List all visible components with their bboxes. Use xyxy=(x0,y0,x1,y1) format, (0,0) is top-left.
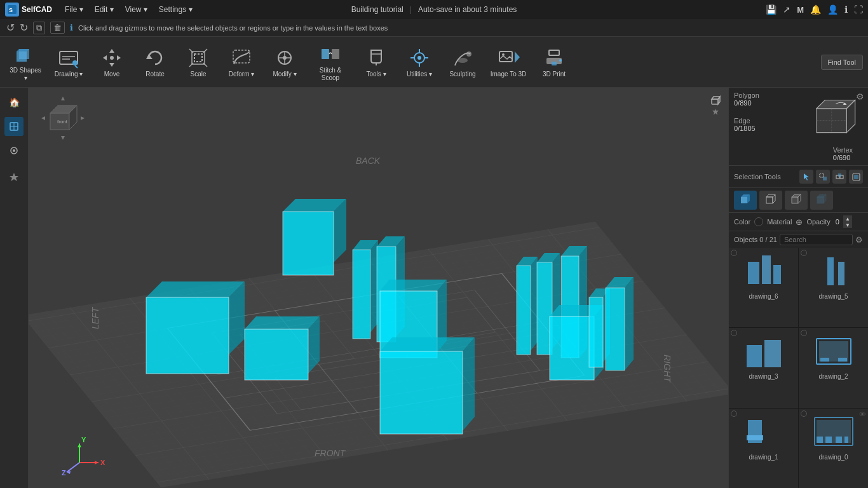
object-btn[interactable] xyxy=(4,117,24,136)
svg-marker-77 xyxy=(245,316,320,329)
object-select-radio[interactable] xyxy=(731,330,737,336)
view-wire-btn[interactable] xyxy=(759,191,782,210)
tool-modify[interactable]: Modify ▾ xyxy=(264,39,305,85)
svg-marker-121 xyxy=(95,461,98,464)
object-select-radio[interactable] xyxy=(801,410,807,417)
object-select-radio[interactable] xyxy=(801,330,807,336)
object-select-radio[interactable] xyxy=(731,410,737,417)
notification-icon[interactable]: 🔔 xyxy=(810,4,821,15)
object-thumb-drawing6[interactable]: drawing_6 xyxy=(729,248,798,327)
search-box[interactable] xyxy=(780,234,853,245)
viewport[interactable]: BACK FRONT LEFT RIGHT xyxy=(29,88,728,488)
object-thumb-drawing0[interactable]: 👁 drawing_0 xyxy=(799,409,868,488)
svg-rect-168 xyxy=(762,255,771,284)
home-btn[interactable]: 🏠 xyxy=(4,93,24,112)
svg-marker-98 xyxy=(531,257,538,351)
m-icon[interactable]: M xyxy=(797,5,804,15)
fullscreen-icon[interactable]: ⛶ xyxy=(854,4,863,15)
sel-paint-icon[interactable] xyxy=(849,170,863,184)
tool-sculpting[interactable]: Sculpting xyxy=(442,39,483,85)
objects-settings-icon[interactable]: ⚙ xyxy=(855,235,863,245)
object-eye-icon[interactable]: 👁 xyxy=(859,410,866,418)
light-btn[interactable] xyxy=(4,168,24,187)
tool-rotate-label: Rotate xyxy=(146,71,164,78)
view-menu[interactable]: View ▾ xyxy=(121,4,151,15)
object-select-radio[interactable] xyxy=(801,250,807,256)
svg-text:BACK: BACK xyxy=(356,156,381,166)
tool-3d-shapes[interactable]: 3D Shapes ▾ xyxy=(5,39,46,85)
objects-count: Objects 0 / 21 xyxy=(734,236,777,243)
camera-btn[interactable] xyxy=(4,141,24,160)
svg-marker-89 xyxy=(380,280,447,291)
sel-box-icon[interactable] xyxy=(816,170,830,184)
svg-marker-124 xyxy=(78,444,81,447)
sel-pointer-icon[interactable] xyxy=(799,170,813,184)
svg-rect-171 xyxy=(838,262,844,285)
svg-rect-177 xyxy=(838,358,847,362)
viewport-canvas: BACK FRONT LEFT RIGHT xyxy=(29,88,728,488)
svg-rect-183 xyxy=(825,437,832,443)
delete-btn[interactable]: 🗑 xyxy=(50,22,65,34)
tool-tools[interactable]: Tools ▾ xyxy=(356,39,397,85)
svg-point-38 xyxy=(466,51,471,57)
tool-3d-print[interactable]: 3D Print xyxy=(534,39,574,85)
edit-menu[interactable]: Edit ▾ xyxy=(91,4,118,15)
tool-scale[interactable]: Scale xyxy=(178,39,219,85)
object-thumb-label: drawing_3 xyxy=(749,373,778,380)
svg-point-45 xyxy=(559,59,562,62)
tool-sculpting-label: Sculpting xyxy=(449,71,475,78)
object-thumb-drawing2[interactable]: drawing_2 xyxy=(799,328,868,407)
svg-rect-158 xyxy=(766,197,773,203)
object-select-radio[interactable] xyxy=(731,250,737,256)
tool-deform[interactable]: Deform ▾ xyxy=(221,39,262,85)
svg-point-32 xyxy=(417,56,421,60)
info-icon[interactable]: ℹ xyxy=(844,4,848,15)
object-indicator xyxy=(710,95,721,116)
tool-utilities[interactable]: Utilities ▾ xyxy=(399,39,440,85)
object-thumb-label: drawing_6 xyxy=(749,293,778,300)
object-thumb-drawing5[interactable]: drawing_5 xyxy=(799,248,868,327)
menubar: S SelfCAD File ▾ Edit ▾ View ▾ Settings … xyxy=(0,0,868,19)
find-tool-button[interactable]: Find Tool xyxy=(821,55,863,70)
file-menu[interactable]: File ▾ xyxy=(61,4,87,15)
cube-navigator[interactable]: front xyxy=(37,93,88,144)
infobar: ↺ ↻ ⧉ 🗑 ℹ Click and drag gizmos to move … xyxy=(0,19,868,37)
undo-btn[interactable]: ↺ xyxy=(6,22,15,34)
save-icon[interactable]: 💾 xyxy=(766,4,776,15)
redo-btn[interactable]: ↻ xyxy=(20,22,28,34)
user-icon[interactable]: 👤 xyxy=(827,4,838,15)
copy-btn[interactable]: ⧉ xyxy=(33,22,45,34)
svg-rect-92 xyxy=(380,351,463,434)
object-thumb-drawing3[interactable]: drawing_3 xyxy=(729,328,798,407)
panel-settings-icon[interactable]: ⚙ xyxy=(856,92,864,102)
opacity-stepper[interactable]: ▲ ▼ xyxy=(843,215,852,228)
tool-stitch-scoop[interactable]: Stitch & Scoop xyxy=(308,39,353,85)
settings-menu[interactable]: Settings ▾ xyxy=(155,4,196,15)
search-input[interactable] xyxy=(784,236,848,243)
opacity-down[interactable]: ▼ xyxy=(843,222,852,228)
svg-line-9 xyxy=(75,65,78,68)
tool-tools-label: Tools ▾ xyxy=(366,71,386,78)
sel-expand-icon[interactable] xyxy=(832,170,846,184)
object-thumb-drawing1a[interactable]: drawing_1 xyxy=(729,409,798,488)
color-picker[interactable] xyxy=(754,217,763,226)
tool-3d-shapes-label: 3D Shapes ▾ xyxy=(8,67,43,82)
tool-image-to-3d[interactable]: Image To 3D xyxy=(485,39,531,85)
material-icon[interactable]: ⊕ xyxy=(796,217,803,227)
svg-text:LEFT: LEFT xyxy=(90,306,100,329)
svg-rect-44 xyxy=(552,62,557,65)
svg-text:Z: Z xyxy=(62,469,66,477)
svg-rect-155 xyxy=(741,197,747,203)
tool-move[interactable]: Move xyxy=(92,39,132,85)
opacity-up[interactable]: ▲ xyxy=(843,215,852,222)
share-icon[interactable]: ↗ xyxy=(783,4,790,15)
view-shade-btn[interactable] xyxy=(785,191,808,210)
tool-rotate[interactable]: Rotate xyxy=(135,39,175,85)
edge-label: Edge xyxy=(734,117,759,125)
svg-marker-12 xyxy=(103,55,107,60)
tool-drawing[interactable]: Drawing ▾ xyxy=(48,39,89,85)
svg-rect-185 xyxy=(844,437,848,443)
view-solid-btn[interactable] xyxy=(734,191,757,210)
app-logo[interactable]: S SelfCAD xyxy=(5,3,52,17)
view-xray-btn[interactable] xyxy=(810,191,833,210)
